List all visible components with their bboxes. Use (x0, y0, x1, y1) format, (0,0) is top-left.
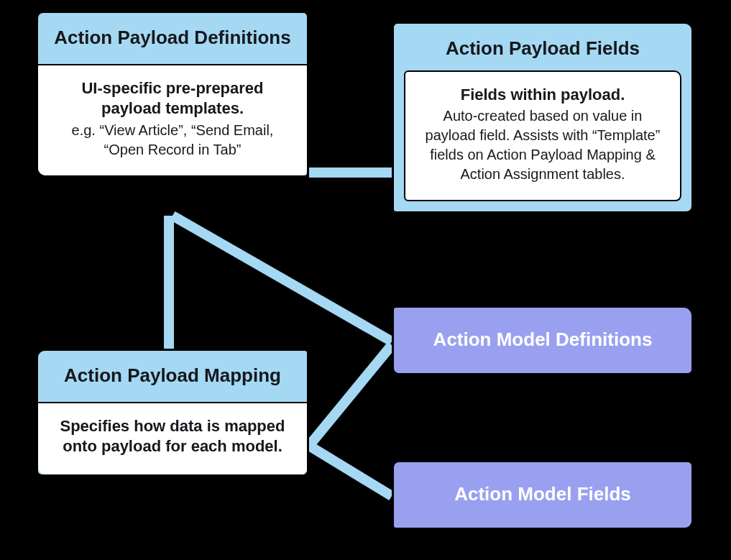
box-action-payload-mapping: Action Payload Mapping Specifies how dat… (36, 349, 309, 477)
box-title: Action Payload Definitions (38, 13, 307, 64)
box-body-lead: UI-specific pre-prepared payload templat… (52, 78, 293, 119)
box-body-lead: Specifies how data is mapped onto payloa… (52, 416, 293, 457)
box-action-model-definitions: Action Model Definitions (392, 306, 694, 375)
box-title: Action Model Fields (394, 462, 691, 528)
box-body-lead: Fields within payload. (420, 85, 666, 106)
connector-apm-amf (309, 446, 392, 496)
box-action-payload-fields: Action Payload Fields Fields within payl… (392, 22, 694, 214)
connector-apd-amd (173, 216, 392, 341)
box-title: Action Payload Fields (394, 24, 691, 70)
box-action-payload-definitions: Action Payload Definitions UI-specific p… (36, 11, 309, 178)
box-body: Specifies how data is mapped onto payloa… (38, 402, 307, 474)
box-body: Fields within payload. Auto-created base… (404, 70, 681, 202)
box-body-sub: e.g. “View Article”, “Send Email, “Open … (52, 121, 293, 160)
box-body-sub: Auto-created based on value in payload f… (420, 106, 666, 184)
connector-apm-amd (309, 345, 392, 446)
box-title: Action Payload Mapping (38, 351, 307, 402)
box-action-model-fields: Action Model Fields (392, 460, 694, 530)
box-body: UI-specific pre-prepared payload templat… (38, 64, 307, 175)
box-title: Action Model Definitions (394, 308, 691, 373)
